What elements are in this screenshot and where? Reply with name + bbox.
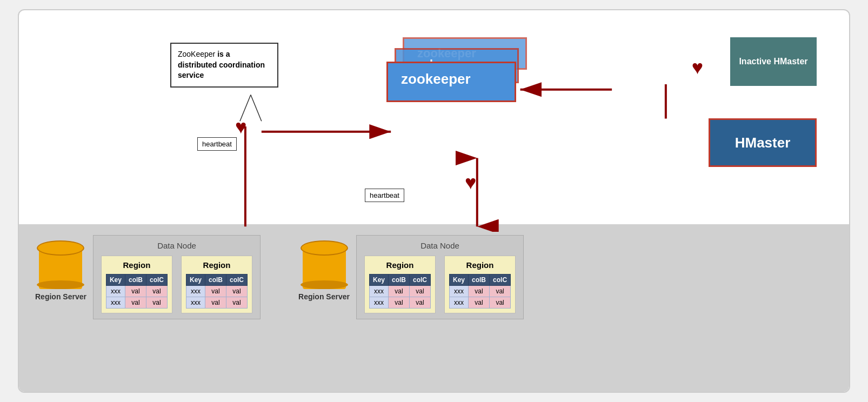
heart-icon-3: ♥ <box>692 56 703 79</box>
cell-key: xxx <box>450 297 469 309</box>
callout-text: ZooKeeper is a distributed coordination … <box>178 50 265 79</box>
svg-line-6 <box>251 95 262 122</box>
cylinder-bottom-2 <box>301 280 348 289</box>
cell-val: val <box>125 286 146 297</box>
cell-val: val <box>388 297 409 309</box>
col-colb: colB <box>125 274 146 286</box>
cell-val: val <box>410 286 431 297</box>
node-group-2: Region Server Data Node Region Key <box>298 235 524 319</box>
regions-row-1: Region Key colB colC <box>101 256 252 313</box>
table-row: xxx val val <box>186 286 247 297</box>
heartbeat-label-1: heartbeat <box>197 137 237 151</box>
data-node-title-1: Data Node <box>101 241 252 250</box>
region-title-2a: Region <box>369 260 431 270</box>
data-node-panel-2: Data Node Region Key colB colC <box>356 235 524 319</box>
region-server-2: Region Server <box>298 240 350 301</box>
cell-val: val <box>125 297 146 309</box>
region-server-label-1: Region Server <box>35 292 86 301</box>
zookeeper-box-front: zookeeper <box>386 62 516 102</box>
hmaster-inactive-box: Inactive HMaster <box>730 37 817 86</box>
heart-icon-2: ♥ <box>465 171 476 194</box>
col-colc: colC <box>226 274 248 286</box>
cylinder-bottom-1 <box>37 280 84 289</box>
col-colb: colB <box>469 274 490 286</box>
cell-val: val <box>469 286 490 297</box>
region-table-2a: Key colB colC xxx val val <box>369 274 431 309</box>
cell-val: val <box>490 286 511 297</box>
region-title-1b: Region <box>186 260 248 270</box>
hmaster-active-box: HMaster <box>709 118 817 167</box>
table-row: xxx val val <box>106 297 167 309</box>
cell-val: val <box>410 297 431 309</box>
col-colb: colB <box>388 274 409 286</box>
cylinder-2 <box>303 240 346 289</box>
region-title-1a: Region <box>106 260 168 270</box>
node-group-1: Region Server Data Node Region Key <box>35 235 261 319</box>
region-box-2a: Region Key colB colC <box>364 256 436 313</box>
data-node-panel-1: Data Node Region Key colB colC <box>93 235 261 319</box>
region-box-1b: Region Key colB colC <box>181 256 252 313</box>
cell-key: xxx <box>369 297 388 309</box>
cylinder-top-2 <box>301 240 348 256</box>
region-box-2b: Region Key colB colC <box>444 256 516 313</box>
col-colc: colC <box>490 274 511 286</box>
table-row: xxx val val <box>106 286 167 297</box>
col-colc: colC <box>410 274 431 286</box>
heartbeat-label-2: heartbeat <box>365 189 404 202</box>
main-diagram: ZooKeeper is a distributed coordination … <box>18 9 850 393</box>
cell-key: xxx <box>106 297 125 309</box>
cylinder-top-1 <box>37 240 84 256</box>
cell-val: val <box>205 297 226 309</box>
region-server-1: Region Server <box>35 240 86 301</box>
col-colc: colC <box>146 274 167 286</box>
heart-icon-1: ♥ <box>235 116 246 138</box>
cell-key: xxx <box>369 286 388 297</box>
region-table-1a: Key colB colC xxx val val <box>106 274 168 309</box>
bottom-section: Region Server Data Node Region Key <box>19 224 849 392</box>
top-section: ZooKeeper is a distributed coordination … <box>19 21 849 232</box>
cell-val: val <box>226 297 248 309</box>
callout-box: ZooKeeper is a distributed coordination … <box>170 43 278 88</box>
cell-val: val <box>146 297 167 309</box>
region-table-2b: Key colB colC xxx val val <box>449 274 511 309</box>
region-table-1b: Key colB colC xxx val val <box>186 274 248 309</box>
cell-key: xxx <box>450 286 469 297</box>
cell-val: val <box>205 286 226 297</box>
cell-key: xxx <box>186 286 205 297</box>
cell-val: val <box>388 286 409 297</box>
col-colb: colB <box>205 274 226 286</box>
regions-row-2: Region Key colB colC <box>364 256 516 313</box>
col-key: Key <box>186 274 205 286</box>
cylinder-1 <box>39 240 82 289</box>
table-row: xxx val val <box>186 297 247 309</box>
col-key: Key <box>369 274 388 286</box>
cell-val: val <box>226 286 248 297</box>
col-key: Key <box>450 274 469 286</box>
table-row: xxx val val <box>369 286 430 297</box>
table-row: xxx val val <box>450 286 511 297</box>
cell-val: val <box>490 297 511 309</box>
cell-val: val <box>146 286 167 297</box>
region-box-1a: Region Key colB colC <box>101 256 172 313</box>
table-row: xxx val val <box>369 297 430 309</box>
cell-key: xxx <box>186 297 205 309</box>
cell-val: val <box>469 297 490 309</box>
cell-key: xxx <box>106 286 125 297</box>
data-node-title-2: Data Node <box>364 241 516 250</box>
region-server-label-2: Region Server <box>298 292 350 301</box>
col-key: Key <box>106 274 125 286</box>
region-title-2b: Region <box>449 260 511 270</box>
table-row: xxx val val <box>450 297 511 309</box>
